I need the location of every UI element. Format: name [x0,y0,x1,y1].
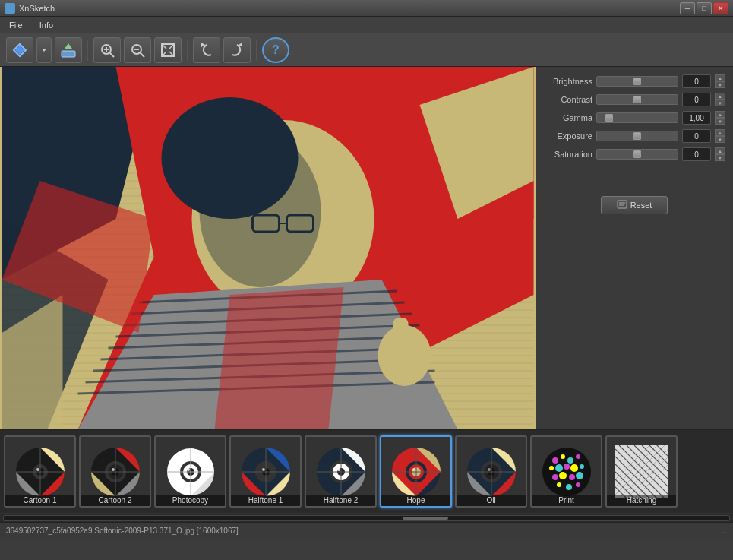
brightness-thumb[interactable] [633,78,641,85]
filter-photocopy[interactable]: Photocopy [154,435,226,508]
help-button[interactable]: ? [262,37,289,63]
exposure-slider[interactable] [596,131,678,141]
gamma-label: Gamma [543,113,592,122]
fit-button[interactable] [154,37,182,63]
svg-point-143 [569,474,575,480]
saturation-spinner: ▲ ▼ [715,147,725,161]
hatching-svg [615,445,668,498]
filter-oil[interactable]: Oil [455,435,527,508]
filter-cartoon2[interactable]: Cartoon 2 [79,435,151,508]
brightness-down[interactable]: ▼ [715,81,725,88]
cartoon2-svg [89,445,142,498]
contrast-row: Contrast 0 ▲ ▼ [543,93,725,106]
menu-file[interactable]: File [5,19,27,31]
reset-label: Reset [630,201,652,210]
filter-halftone2[interactable]: Halftone 2 [305,435,377,508]
zoom-in-icon [99,42,115,59]
halftone1-svg [239,445,292,498]
print-label: Print [532,495,601,506]
exposure-value[interactable]: 0 [682,129,711,143]
contrast-value[interactable]: 0 [682,93,711,106]
saturation-up[interactable]: ▲ [715,147,725,154]
exposure-thumb[interactable] [633,132,641,140]
separator-2 [187,40,188,61]
gamma-thumb[interactable] [605,114,613,122]
svg-point-142 [559,472,567,479]
exposure-label: Exposure [543,131,592,141]
cartoon1-label: Cartoon 1 [5,495,74,506]
gamma-value[interactable]: 1,00 [682,111,711,125]
filter-scroll-track[interactable] [3,515,730,521]
close-button[interactable]: ✕ [713,2,728,14]
svg-rect-89 [393,318,409,348]
contrast-down[interactable]: ▼ [715,100,725,106]
export-icon [60,42,77,59]
status-filename: 3649502737_c5fa0952a9 Softonic-2009-P13 … [6,527,239,535]
photocopy-svg [164,445,217,498]
gamma-up[interactable]: ▲ [715,111,725,118]
brightness-value[interactable]: 0 [682,74,711,88]
hope-svg [390,445,443,498]
filter-hatching[interactable]: Hatching [605,435,678,508]
canvas-image [0,67,536,429]
rotate-right-icon [229,42,245,59]
contrast-slider[interactable] [596,94,678,105]
reset-icon [617,200,627,210]
svg-point-140 [580,464,584,469]
reset-button[interactable]: Reset [601,196,668,214]
zoom-out-button[interactable] [124,37,151,63]
open-dropdown-button[interactable] [36,37,52,63]
filter-strip: Cartoon 1 Cartoon 2 [0,429,733,513]
oil-svg [465,445,518,498]
statusbar: 3649502737_c5fa0952a9 Softonic-2009-P13 … [0,522,733,539]
halftone2-svg [314,445,368,498]
filter-print[interactable]: Print [530,435,602,508]
svg-marker-4 [65,43,72,49]
saturation-slider[interactable] [596,149,678,160]
export-button[interactable] [55,37,82,63]
brightness-row: Brightness 0 ▲ ▼ [543,74,725,88]
cartoon2-label: Cartoon 2 [81,495,150,506]
brightness-slider[interactable] [596,76,678,87]
rotate-right-button[interactable] [223,37,251,63]
filter-hope[interactable]: Hope [380,435,452,508]
titlebar: XnSketch ─ □ ✕ [0,0,733,17]
saturation-label: Saturation [543,150,592,159]
separator-1 [87,40,88,61]
exposure-up[interactable]: ▲ [715,129,725,136]
svg-line-8 [110,52,115,57]
minimize-button[interactable]: ─ [680,2,695,14]
menu-info[interactable]: Info [35,19,58,31]
svg-point-105 [112,468,115,471]
titlebar-controls: ─ □ ✕ [680,2,728,14]
rotate-left-button[interactable] [193,37,220,63]
oil-label: Oil [457,495,526,506]
status-resize-hint: .. [722,527,727,535]
contrast-up[interactable]: ▲ [715,93,725,100]
svg-line-11 [141,52,145,57]
restore-button[interactable]: □ [697,2,712,14]
svg-point-146 [566,484,572,490]
contrast-thumb[interactable] [633,96,641,103]
zoom-in-button[interactable] [93,37,121,63]
filter-halftone1[interactable]: Halftone 1 [229,435,302,508]
brightness-up[interactable]: ▲ [715,74,725,81]
gamma-slider[interactable] [596,112,678,123]
exposure-down[interactable]: ▼ [715,136,725,143]
gamma-down[interactable]: ▼ [715,118,725,125]
svg-point-100 [36,468,39,471]
saturation-down[interactable]: ▼ [715,154,725,161]
svg-rect-93 [618,201,627,208]
svg-point-136 [549,466,554,470]
svg-point-139 [570,464,578,472]
photocopy-label: Photocopy [156,495,225,506]
filter-scroll-thumb[interactable] [403,517,448,520]
open-file-button[interactable] [6,37,33,63]
image-panel[interactable] [0,67,536,429]
print-svg [540,445,593,498]
svg-point-134 [567,457,573,464]
svg-marker-84 [215,287,344,429]
filter-cartoon1[interactable]: Cartoon 1 [4,435,76,508]
saturation-value[interactable]: 0 [682,147,711,161]
saturation-thumb[interactable] [633,150,641,158]
